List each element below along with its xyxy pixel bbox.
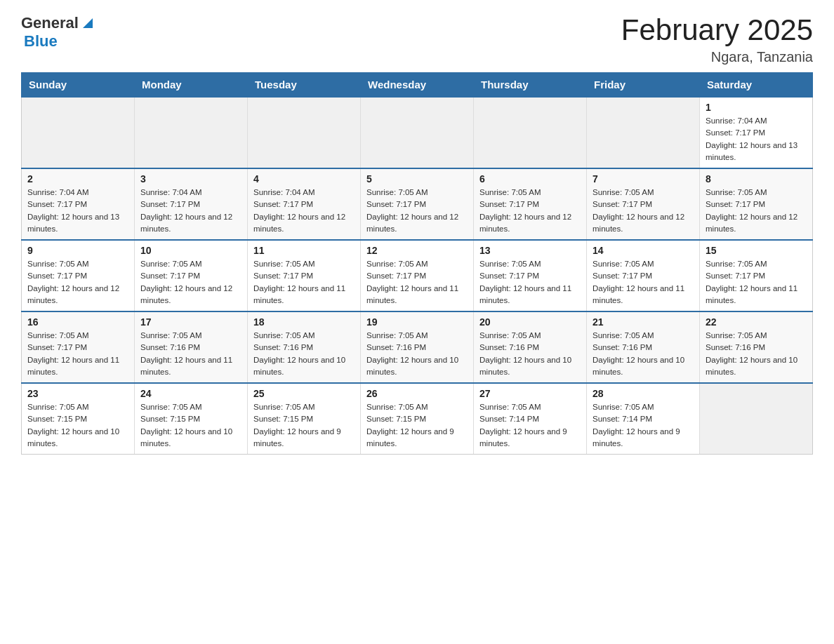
day-info: Sunrise: 7:04 AM Sunset: 7:17 PM Dayligh…	[253, 187, 355, 235]
page-header: General Blue February 2025 Ngara, Tanzan…	[21, 14, 813, 65]
calendar-cell: 4Sunrise: 7:04 AM Sunset: 7:17 PM Daylig…	[248, 168, 361, 240]
calendar-cell: 1Sunrise: 7:04 AM Sunset: 7:17 PM Daylig…	[700, 97, 813, 168]
calendar-cell: 19Sunrise: 7:05 AM Sunset: 7:16 PM Dayli…	[361, 311, 474, 383]
calendar-cell: 20Sunrise: 7:05 AM Sunset: 7:16 PM Dayli…	[474, 311, 587, 383]
logo-blue-text: Blue	[24, 32, 58, 50]
calendar-week-row: 1Sunrise: 7:04 AM Sunset: 7:17 PM Daylig…	[22, 97, 813, 168]
day-number: 14	[593, 245, 694, 256]
calendar-week-row: 16Sunrise: 7:05 AM Sunset: 7:17 PM Dayli…	[22, 311, 813, 383]
day-number: 6	[479, 173, 581, 185]
calendar-cell: 9Sunrise: 7:05 AM Sunset: 7:17 PM Daylig…	[22, 240, 135, 311]
day-info: Sunrise: 7:05 AM Sunset: 7:17 PM Dayligh…	[27, 258, 128, 307]
calendar-cell: 12Sunrise: 7:05 AM Sunset: 7:17 PM Dayli…	[361, 240, 474, 311]
month-title: February 2025	[621, 14, 813, 46]
calendar-cell: 6Sunrise: 7:05 AM Sunset: 7:17 PM Daylig…	[474, 168, 587, 240]
day-info: Sunrise: 7:05 AM Sunset: 7:15 PM Dayligh…	[253, 401, 355, 450]
day-info: Sunrise: 7:04 AM Sunset: 7:17 PM Dayligh…	[27, 187, 128, 235]
day-info: Sunrise: 7:05 AM Sunset: 7:17 PM Dayligh…	[253, 258, 355, 307]
calendar-cell: 21Sunrise: 7:05 AM Sunset: 7:16 PM Dayli…	[587, 311, 700, 383]
day-info: Sunrise: 7:05 AM Sunset: 7:16 PM Dayligh…	[140, 330, 241, 378]
day-number: 17	[140, 316, 241, 328]
calendar-cell: 10Sunrise: 7:05 AM Sunset: 7:17 PM Dayli…	[135, 240, 248, 311]
calendar-cell: 7Sunrise: 7:05 AM Sunset: 7:17 PM Daylig…	[587, 168, 700, 240]
day-number: 23	[27, 388, 128, 399]
calendar-cell: 16Sunrise: 7:05 AM Sunset: 7:17 PM Dayli…	[22, 311, 135, 383]
calendar-week-row: 9Sunrise: 7:05 AM Sunset: 7:17 PM Daylig…	[22, 240, 813, 311]
calendar-cell: 5Sunrise: 7:05 AM Sunset: 7:17 PM Daylig…	[361, 168, 474, 240]
day-info: Sunrise: 7:05 AM Sunset: 7:15 PM Dayligh…	[27, 401, 128, 450]
calendar-cell: 18Sunrise: 7:05 AM Sunset: 7:16 PM Dayli…	[248, 311, 361, 383]
day-number: 28	[593, 388, 694, 399]
calendar-cell: 23Sunrise: 7:05 AM Sunset: 7:15 PM Dayli…	[22, 383, 135, 455]
day-number: 4	[253, 173, 355, 185]
weekday-header-friday: Friday	[587, 73, 700, 98]
day-number: 20	[479, 316, 581, 328]
calendar-cell: 8Sunrise: 7:05 AM Sunset: 7:17 PM Daylig…	[700, 168, 813, 240]
day-info: Sunrise: 7:05 AM Sunset: 7:16 PM Dayligh…	[366, 330, 468, 378]
day-number: 2	[27, 173, 128, 185]
day-number: 9	[27, 245, 128, 256]
calendar-header-row: SundayMondayTuesdayWednesdayThursdayFrid…	[22, 73, 813, 98]
day-number: 24	[140, 388, 241, 399]
day-info: Sunrise: 7:05 AM Sunset: 7:14 PM Dayligh…	[593, 401, 694, 450]
day-number: 8	[706, 173, 807, 185]
calendar-cell: 3Sunrise: 7:04 AM Sunset: 7:17 PM Daylig…	[135, 168, 248, 240]
calendar-cell	[700, 383, 813, 455]
calendar-cell: 13Sunrise: 7:05 AM Sunset: 7:17 PM Dayli…	[474, 240, 587, 311]
calendar-cell: 2Sunrise: 7:04 AM Sunset: 7:17 PM Daylig…	[22, 168, 135, 240]
calendar-cell: 28Sunrise: 7:05 AM Sunset: 7:14 PM Dayli…	[587, 383, 700, 455]
day-info: Sunrise: 7:05 AM Sunset: 7:15 PM Dayligh…	[140, 401, 241, 450]
logo-triangle-icon	[80, 15, 95, 31]
day-info: Sunrise: 7:05 AM Sunset: 7:17 PM Dayligh…	[366, 258, 468, 307]
day-info: Sunrise: 7:05 AM Sunset: 7:16 PM Dayligh…	[706, 330, 807, 378]
calendar-week-row: 2Sunrise: 7:04 AM Sunset: 7:17 PM Daylig…	[22, 168, 813, 240]
weekday-header-saturday: Saturday	[700, 73, 813, 98]
calendar-cell: 24Sunrise: 7:05 AM Sunset: 7:15 PM Dayli…	[135, 383, 248, 455]
logo: General Blue	[21, 14, 95, 51]
day-number: 1	[706, 102, 807, 113]
calendar-cell: 26Sunrise: 7:05 AM Sunset: 7:15 PM Dayli…	[361, 383, 474, 455]
day-info: Sunrise: 7:05 AM Sunset: 7:17 PM Dayligh…	[27, 330, 128, 378]
day-info: Sunrise: 7:05 AM Sunset: 7:17 PM Dayligh…	[140, 258, 241, 307]
day-info: Sunrise: 7:05 AM Sunset: 7:17 PM Dayligh…	[593, 258, 694, 307]
day-number: 25	[253, 388, 355, 399]
calendar-cell	[135, 97, 248, 168]
day-number: 7	[593, 173, 694, 185]
day-number: 22	[706, 316, 807, 328]
calendar-cell	[248, 97, 361, 168]
weekday-header-monday: Monday	[135, 73, 248, 98]
day-number: 13	[479, 245, 581, 256]
day-info: Sunrise: 7:05 AM Sunset: 7:16 PM Dayligh…	[593, 330, 694, 378]
calendar-cell: 22Sunrise: 7:05 AM Sunset: 7:16 PM Dayli…	[700, 311, 813, 383]
day-info: Sunrise: 7:05 AM Sunset: 7:17 PM Dayligh…	[706, 187, 807, 235]
weekday-header-wednesday: Wednesday	[361, 73, 474, 98]
day-info: Sunrise: 7:04 AM Sunset: 7:17 PM Dayligh…	[706, 115, 807, 163]
day-number: 3	[140, 173, 241, 185]
day-number: 10	[140, 245, 241, 256]
day-info: Sunrise: 7:05 AM Sunset: 7:17 PM Dayligh…	[366, 187, 468, 235]
calendar-cell: 14Sunrise: 7:05 AM Sunset: 7:17 PM Dayli…	[587, 240, 700, 311]
day-info: Sunrise: 7:05 AM Sunset: 7:17 PM Dayligh…	[593, 187, 694, 235]
day-info: Sunrise: 7:04 AM Sunset: 7:17 PM Dayligh…	[140, 187, 241, 235]
weekday-header-thursday: Thursday	[474, 73, 587, 98]
day-number: 19	[366, 316, 468, 328]
calendar-cell	[587, 97, 700, 168]
day-number: 21	[593, 316, 694, 328]
location-title: Ngara, Tanzania	[621, 49, 813, 65]
calendar-cell	[361, 97, 474, 168]
day-info: Sunrise: 7:05 AM Sunset: 7:14 PM Dayligh…	[479, 401, 581, 450]
weekday-header-tuesday: Tuesday	[248, 73, 361, 98]
calendar-cell: 15Sunrise: 7:05 AM Sunset: 7:17 PM Dayli…	[700, 240, 813, 311]
day-number: 12	[366, 245, 468, 256]
calendar-cell	[474, 97, 587, 168]
day-number: 16	[27, 316, 128, 328]
day-number: 11	[253, 245, 355, 256]
day-info: Sunrise: 7:05 AM Sunset: 7:17 PM Dayligh…	[706, 258, 807, 307]
day-number: 5	[366, 173, 468, 185]
title-section: February 2025 Ngara, Tanzania	[621, 14, 813, 65]
day-info: Sunrise: 7:05 AM Sunset: 7:17 PM Dayligh…	[479, 187, 581, 235]
day-number: 15	[706, 245, 807, 256]
svg-marker-0	[83, 18, 93, 28]
calendar-cell: 27Sunrise: 7:05 AM Sunset: 7:14 PM Dayli…	[474, 383, 587, 455]
calendar-week-row: 23Sunrise: 7:05 AM Sunset: 7:15 PM Dayli…	[22, 383, 813, 455]
